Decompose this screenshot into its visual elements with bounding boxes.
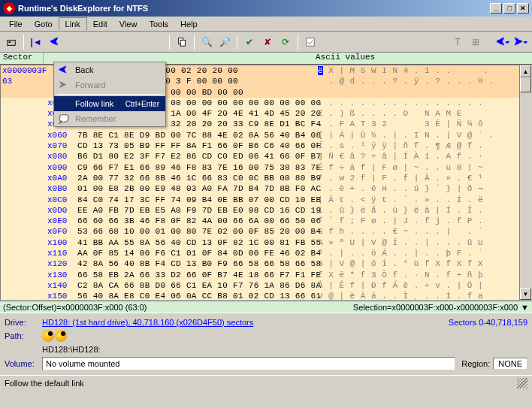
search-button[interactable]: 🔍	[198, 34, 215, 50]
svg-rect-0	[8, 40, 16, 45]
nav-back-button[interactable]: ⮜	[46, 34, 62, 50]
path-icons	[42, 330, 67, 342]
path-label: Path:	[5, 331, 42, 340]
hex-row[interactable]: x0607B 8E C1 8E D9 BD 00 7C 88 4E 02 8A …	[1, 130, 519, 141]
hex-row[interactable]: x0C084 C0 74 17 3C FF 74 09 B4 0E BB 07 …	[1, 195, 519, 205]
bottom-status-text: Follow the default link	[5, 379, 84, 388]
hex-row[interactable]: x0E066 60 66 3B 46 F8 0F 82 4A 00 66 6A …	[1, 216, 519, 226]
dropdown-back-label: Back	[75, 65, 93, 74]
menubar: File Goto Link Edit View Tools Help	[0, 17, 532, 32]
open-drive-button[interactable]	[3, 34, 20, 50]
dropdown-forward-label: Forward	[75, 80, 105, 89]
scroll-up-button[interactable]: ▲	[520, 65, 531, 77]
svg-rect-4	[307, 38, 315, 46]
nav-first-button[interactable]: |◄	[28, 34, 44, 50]
dropdown-remember-label: Remember	[75, 114, 116, 123]
status-left: (Sector:Offset)=x0000003F:x000 (63:0)	[3, 303, 147, 312]
link-dropdown: ⮜ Back ⮞ Forward Follow link Ctrl+Enter …	[53, 62, 166, 127]
save-button[interactable]	[302, 34, 319, 50]
close-button[interactable]: ✕	[517, 3, 529, 14]
menu-help[interactable]: Help	[174, 18, 204, 30]
apply-button[interactable]: ✔	[241, 34, 258, 50]
dropdown-separator	[57, 94, 162, 95]
volume-label: Volume:	[5, 359, 42, 368]
hex-header-sector: Sector	[0, 53, 44, 64]
hex-row[interactable]: x0A02A 00 77 32 66 8B 46 1C 66 83 C0 0C …	[1, 173, 519, 183]
nav-next-button[interactable]: ⮞▾	[512, 34, 529, 50]
region-value: NONE	[493, 358, 527, 370]
titlebar: ◆ Runtime's DiskExplorer for NTFS _ □ ✕	[0, 0, 532, 17]
cancel-button[interactable]: ✘	[259, 34, 276, 50]
status-dropdown-icon[interactable]: ▼	[521, 303, 529, 312]
maximize-button[interactable]: □	[503, 3, 515, 14]
dropdown-remember: 💭 Remember	[54, 111, 165, 126]
app-icon: ◆	[3, 2, 15, 14]
forward-arrow-icon: ⮞	[59, 80, 67, 89]
volume-text: No volume mounted	[42, 357, 455, 370]
drive-label: Drive:	[5, 318, 42, 327]
hex-row[interactable]: x12042 8A 56 40 8B F4 CD 13 B0 F9 66 58 …	[1, 258, 519, 269]
hex-row[interactable]: x0B001 00 E8 2B 00 E9 48 03 A0 FA 7D B4 …	[1, 183, 519, 194]
svg-rect-3	[180, 40, 185, 46]
back-arrow-icon: ⮜	[59, 65, 67, 74]
hex-status: (Sector:Offset)=x0000003F:x000 (63:0) Se…	[0, 301, 532, 313]
search-next-button[interactable]: 🔎	[216, 34, 233, 50]
dropdown-follow-label: Follow link	[75, 99, 113, 108]
info-area: Drive: HD128: (1st hard drive), 40,718,1…	[0, 313, 532, 375]
menu-view[interactable]: View	[113, 18, 144, 30]
minimize-button[interactable]: _	[490, 3, 502, 14]
status-right: Selection=x0000003F:x000-x0000003F:x000	[353, 303, 518, 312]
menu-file[interactable]: File	[3, 18, 29, 30]
menu-edit[interactable]: Edit	[87, 18, 113, 30]
hex-row[interactable]: x0F053 66 68 10 00 01 00 80 7E 02 00 0F …	[1, 226, 519, 237]
scroll-thumb[interactable]	[520, 77, 531, 92]
drive-icon-2[interactable]	[55, 330, 67, 342]
nav-prev-button[interactable]: ⮜▾	[494, 34, 511, 50]
text-view-button[interactable]: T	[449, 34, 466, 50]
region-label: Region:	[461, 359, 490, 368]
hex-view-button[interactable]: ⊞	[467, 34, 484, 50]
refresh-button[interactable]: ⟳	[277, 34, 294, 50]
toolbar: |◄ ⮜ 🔍 🔎 ✔ ✘ ⟳ T ⊞ ⮜▾ ⮞▾ ⮜ Back ⮞ Forwar…	[0, 32, 532, 53]
hex-row[interactable]: x15056 40 8A E8 C0 E4 06 0A CC B8 01 02 …	[1, 291, 519, 300]
path-text: HD128:\HD128:	[42, 345, 101, 354]
hex-row[interactable]: x13066 58 EB 2A 66 33 D2 66 0F B7 4E 18 …	[1, 270, 519, 280]
hex-row[interactable]: x070CD 13 73 05 B9 FF FF 8A F1 66 0F B6 …	[1, 141, 519, 151]
scroll-track[interactable]	[520, 77, 531, 288]
menu-tools[interactable]: Tools	[143, 18, 174, 30]
resize-grip[interactable]	[517, 378, 527, 388]
bottom-statusbar: Follow the default link	[0, 375, 532, 390]
drive-icon-1[interactable]	[42, 330, 54, 342]
hex-row[interactable]: x140C2 8A CA 66 8B D0 66 C1 EA 10 F7 76 …	[1, 280, 519, 291]
dropdown-back[interactable]: ⮜ Back	[54, 62, 165, 77]
hex-row[interactable]: x0D0EE A0 FB 7D EB E5 A0 F9 7D EB E0 98 …	[1, 205, 519, 216]
vscrollbar[interactable]: ▲ ▼	[519, 65, 531, 300]
menu-goto[interactable]: Goto	[29, 18, 59, 30]
copy-button[interactable]	[174, 34, 190, 50]
hex-row[interactable]: x080B6 D1 80 E2 3F F7 E2 86 CD C0 ED 06 …	[1, 151, 519, 162]
titlebar-title: Runtime's DiskExplorer for NTFS	[18, 4, 148, 13]
drive-sectors: Sectors 0-40,718,159	[449, 318, 527, 327]
dropdown-forward: ⮞ Forward	[54, 77, 165, 92]
hex-header-ascii: Ascii values	[313, 53, 532, 64]
menu-link[interactable]: Link	[59, 17, 87, 30]
dropdown-follow-shortcut: Ctrl+Enter	[125, 100, 159, 108]
hex-row[interactable]: x10041 BB AA 55 8A 56 40 CD 13 0F 82 1C …	[1, 237, 519, 248]
hex-row[interactable]: x110AA 0F 85 14 00 F6 C1 01 0F 84 0D 00 …	[1, 248, 519, 258]
drive-link[interactable]: HD128: (1st hard drive), 40,718,160 (x02…	[42, 318, 253, 327]
dropdown-follow-link[interactable]: Follow link Ctrl+Enter	[54, 96, 165, 111]
hex-row[interactable]: x090C9 66 F7 E1 66 89 46 F8 83 7E 16 00 …	[1, 162, 519, 173]
scroll-down-button[interactable]: ▼	[520, 288, 531, 300]
remember-icon: 💭	[59, 114, 69, 124]
svg-rect-1	[9, 41, 11, 43]
